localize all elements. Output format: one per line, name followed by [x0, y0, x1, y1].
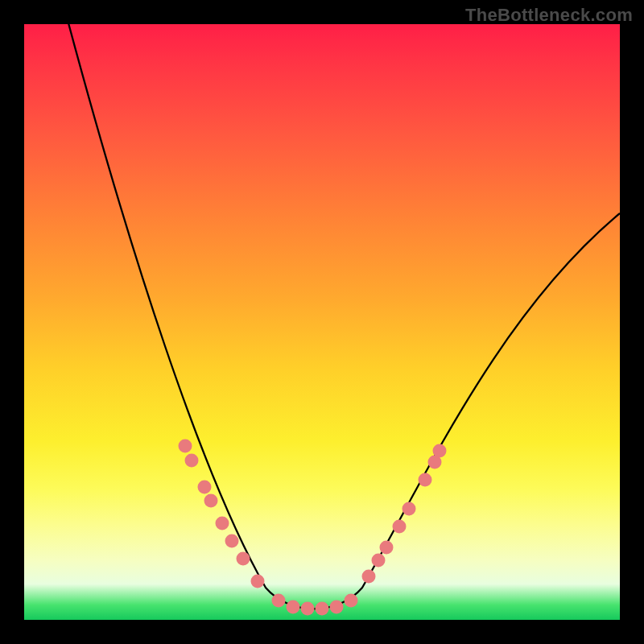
data-marker	[198, 481, 212, 494]
watermark-text: TheBottleneck.com	[465, 5, 633, 26]
data-marker	[225, 535, 239, 548]
data-marker	[345, 594, 358, 608]
data-marker	[287, 601, 300, 614]
data-marker	[251, 575, 265, 588]
data-marker	[380, 541, 394, 555]
data-marker	[204, 494, 218, 508]
data-marker	[179, 440, 192, 453]
marker-layer	[24, 24, 620, 620]
marker-group	[179, 440, 447, 616]
chart-frame: TheBottleneck.com	[0, 0, 644, 644]
data-marker	[301, 602, 315, 616]
data-marker	[402, 502, 416, 516]
data-marker	[372, 554, 386, 568]
data-marker	[362, 570, 376, 584]
data-marker	[237, 552, 250, 566]
data-marker	[216, 517, 229, 530]
data-marker	[393, 520, 407, 534]
data-marker	[419, 473, 432, 487]
data-marker	[316, 602, 329, 616]
plot-area	[24, 24, 620, 620]
data-marker	[330, 601, 344, 614]
data-marker	[185, 454, 199, 468]
data-marker	[433, 444, 447, 458]
data-marker	[272, 594, 286, 608]
